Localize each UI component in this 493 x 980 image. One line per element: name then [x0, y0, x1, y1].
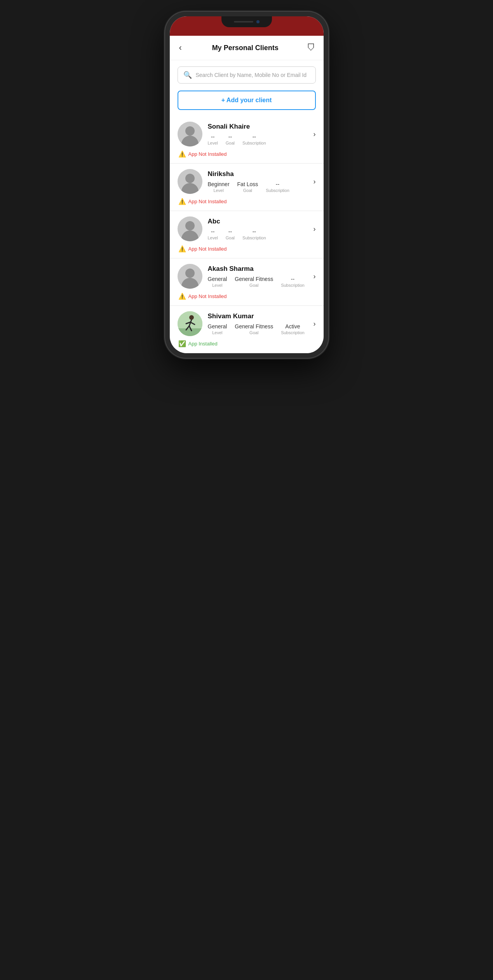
avatar [178, 169, 202, 194]
notch [221, 16, 272, 27]
app-not-installed-label: App Not Installed [188, 199, 227, 204]
client-item[interactable]: Shivam Kumar General Level General Fitne… [170, 306, 324, 353]
camera [256, 20, 260, 23]
warning-icon: ⚠️ [178, 198, 186, 205]
stat-level: -- Level [208, 228, 218, 240]
chevron-right-icon: › [314, 272, 316, 281]
speaker [234, 21, 253, 23]
stat-subscription: Active Subscription [281, 323, 305, 335]
avatar [178, 311, 202, 336]
phone-shell: ‹ My Personal Clients ⛉ 🔍 Search Client … [165, 12, 328, 358]
filter-icon[interactable]: ⛉ [307, 43, 315, 53]
client-info: Akash Sharma General Level General Fitne… [208, 265, 308, 288]
avatar-placeholder [178, 264, 202, 289]
stat-subscription: -- Subscription [242, 134, 266, 145]
client-stats: Beginner Level Fat Loss Goal -- Subscrip… [208, 181, 308, 193]
app-header: ‹ My Personal Clients ⛉ [170, 36, 324, 60]
app-status: ✅ App Installed [178, 340, 316, 347]
client-name: Akash Sharma [208, 265, 308, 273]
client-item[interactable]: Sonali Khaire -- Level -- Goal - [170, 116, 324, 164]
client-info: Shivam Kumar General Level General Fitne… [208, 312, 308, 335]
svg-point-2 [189, 315, 194, 320]
warning-icon: ⚠️ [178, 150, 186, 158]
avatar-placeholder [178, 216, 202, 241]
client-item[interactable]: Abc -- Level -- Goal -- [170, 211, 324, 258]
stat-goal: -- Goal [226, 134, 235, 145]
add-client-button[interactable]: + Add your client [178, 91, 316, 110]
stat-goal: General Fitness Goal [235, 276, 273, 288]
app-status: ⚠️ App Not Installed [178, 293, 316, 300]
client-info: Abc -- Level -- Goal -- [208, 218, 308, 240]
phone-screen: ‹ My Personal Clients ⛉ 🔍 Search Client … [170, 16, 324, 353]
avatar [178, 122, 202, 146]
stat-subscription: -- Subscription [266, 181, 289, 193]
client-list: Sonali Khaire -- Level -- Goal - [170, 116, 324, 353]
avatar [178, 216, 202, 241]
client-item[interactable]: Akash Sharma General Level General Fitne… [170, 258, 324, 306]
svg-rect-1 [178, 328, 202, 336]
add-client-container: + Add your client [170, 87, 324, 116]
page-title: My Personal Clients [212, 44, 279, 52]
client-stats: -- Level -- Goal -- Subscription [208, 134, 308, 145]
client-item[interactable]: Niriksha Beginner Level Fat Loss Goal [170, 164, 324, 211]
client-name: Sonali Khaire [208, 123, 308, 131]
client-name: Shivam Kumar [208, 312, 308, 320]
client-name: Abc [208, 218, 308, 225]
warning-icon: ⚠️ [178, 245, 186, 253]
stat-level: General Level [208, 276, 227, 288]
stat-goal: -- Goal [226, 228, 235, 240]
app-status: ⚠️ App Not Installed [178, 245, 316, 253]
stat-subscription: -- Subscription [242, 228, 266, 240]
check-circle-icon: ✅ [178, 340, 186, 347]
avatar [178, 264, 202, 289]
app-status: ⚠️ App Not Installed [178, 150, 316, 158]
phone-top-bar [170, 16, 324, 36]
client-name: Niriksha [208, 170, 308, 178]
back-button[interactable]: ‹ [178, 41, 183, 54]
chevron-right-icon: › [314, 178, 316, 186]
chevron-right-icon: › [314, 320, 316, 328]
warning-icon: ⚠️ [178, 293, 186, 300]
client-stats: -- Level -- Goal -- Subscription [208, 228, 308, 240]
stat-subscription: -- Subscription [281, 276, 305, 288]
app-not-installed-label: App Not Installed [188, 293, 227, 299]
stat-level: Beginner Level [208, 181, 230, 193]
search-container: 🔍 Search Client by Name, Mobile No or Em… [170, 60, 324, 87]
app-status: ⚠️ App Not Installed [178, 198, 316, 205]
chevron-right-icon: › [314, 225, 316, 233]
client-stats: General Level General Fitness Goal -- Su… [208, 276, 308, 288]
search-input[interactable]: Search Client by Name, Mobile No or Emai… [196, 72, 307, 78]
stat-level: General Level [208, 323, 227, 335]
client-info: Sonali Khaire -- Level -- Goal - [208, 123, 308, 145]
app-not-installed-label: App Not Installed [188, 151, 227, 157]
client-stats: General Level General Fitness Goal Activ… [208, 323, 308, 335]
avatar-placeholder [178, 122, 202, 146]
app-not-installed-label: App Not Installed [188, 246, 227, 252]
stat-goal: Fat Loss Goal [237, 181, 258, 193]
app-installed-label: App Installed [188, 341, 218, 347]
stat-level: -- Level [208, 134, 218, 145]
search-bar[interactable]: 🔍 Search Client by Name, Mobile No or Em… [178, 66, 316, 84]
search-icon: 🔍 [183, 71, 192, 79]
client-info: Niriksha Beginner Level Fat Loss Goal [208, 170, 308, 193]
chevron-right-icon: › [314, 130, 316, 138]
stat-goal: General Fitness Goal [235, 323, 273, 335]
avatar-placeholder [178, 169, 202, 194]
